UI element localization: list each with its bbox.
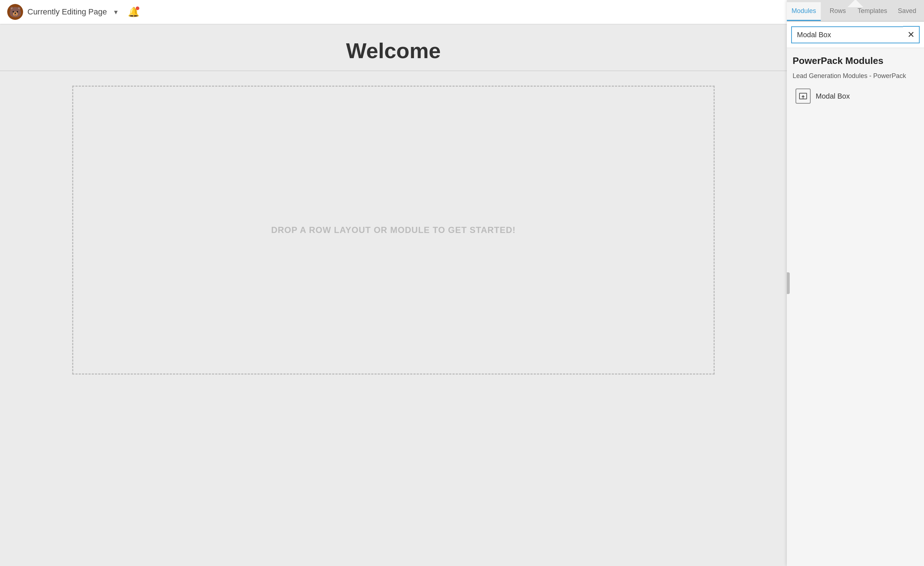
search-input[interactable] [791, 26, 903, 43]
modules-content: PowerPack Modules Lead Generation Module… [787, 48, 924, 566]
sidebar-arrow [848, 0, 863, 7]
tab-modules[interactable]: Modules [787, 2, 821, 21]
module-item-modal-box[interactable]: Modal Box [793, 85, 918, 107]
modules-section-title: PowerPack Modules [793, 55, 918, 66]
page-title: Currently Editing Page [27, 7, 107, 17]
toolbar: 🐻 Currently Editing Page ▾ 🔔 Edited 0 ? … [0, 0, 924, 24]
search-clear-button[interactable]: ✕ [903, 26, 920, 43]
tab-saved[interactable]: Saved [890, 2, 924, 21]
sidebar-panel: Modules Rows Templates Saved ✕ PowerPack… [787, 0, 924, 566]
welcome-section: Welcome [0, 24, 787, 71]
modules-category-title: Lead Generation Modules - PowerPack [793, 72, 918, 80]
toolbar-left: 🐻 Currently Editing Page ▾ 🔔 [7, 4, 140, 20]
search-bar: ✕ [787, 22, 924, 48]
module-name-modal-box: Modal Box [816, 92, 850, 101]
welcome-title: Welcome [0, 38, 787, 63]
drop-label: DROP A ROW LAYOUT OR MODULE TO GET START… [271, 225, 516, 235]
logo-bear-icon: 🐻 [9, 6, 22, 18]
logo[interactable]: 🐻 [7, 4, 23, 20]
notification-dot [136, 6, 140, 10]
drop-zone[interactable]: DROP A ROW LAYOUT OR MODULE TO GET START… [72, 86, 715, 375]
modal-box-icon [795, 89, 811, 104]
sidebar-drag-handle[interactable] [787, 272, 790, 294]
bell-button[interactable]: 🔔 [128, 6, 140, 18]
main-content: Welcome DROP A ROW LAYOUT OR MODULE TO G… [0, 24, 787, 566]
chevron-down-icon[interactable]: ▾ [114, 8, 118, 16]
